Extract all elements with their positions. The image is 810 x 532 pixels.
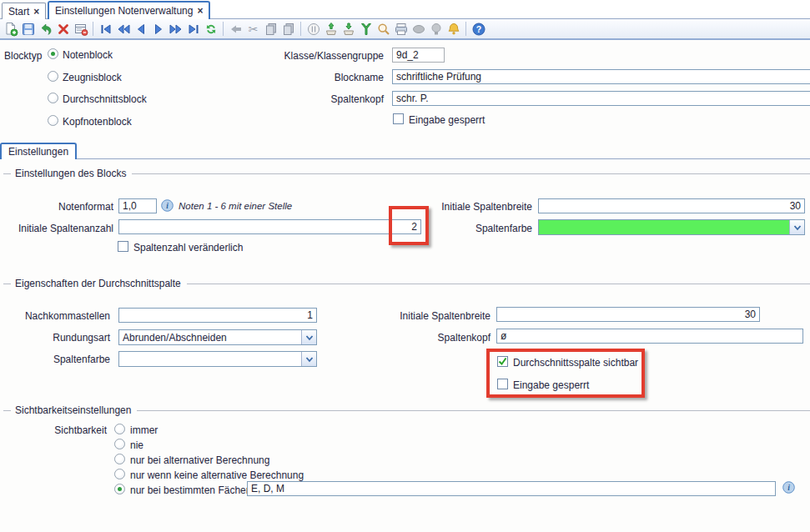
nav-first-button[interactable] (97, 20, 114, 38)
eingabe-gesperrt-checkbox[interactable] (393, 113, 404, 124)
basket-export-button[interactable] (340, 20, 357, 38)
group-visibility-title-text: Sichtbarkeitseinstellungen (15, 404, 131, 416)
notification-icon (446, 22, 461, 37)
avg-spaltenkopf-input[interactable] (496, 329, 803, 344)
toolbar-separator (223, 22, 224, 36)
nav-next-icon (151, 22, 166, 37)
notenformat-input[interactable] (118, 198, 157, 213)
print-button[interactable] (392, 20, 410, 38)
radio-sichtbarkeit-nie[interactable] (114, 439, 125, 449)
radio-kopfnotenblock-label: Kopfnotenblock (63, 116, 132, 128)
spaltenzahl-veraenderlich-checkbox[interactable] (118, 241, 128, 252)
radio-zeugnisblock[interactable] (48, 71, 58, 82)
nav-next-button[interactable] (149, 20, 167, 38)
radio-sichtbarkeit-immer[interactable] (114, 424, 125, 434)
tab-einstellungen-page[interactable]: Einstellungen (0, 143, 77, 159)
search-button[interactable] (375, 20, 392, 38)
nav-prev-button[interactable] (132, 20, 149, 38)
print-icon (394, 22, 409, 37)
tab-einstellungen-close-icon[interactable]: × (197, 6, 203, 16)
chevron-down-icon (305, 334, 314, 341)
spaltenkopf-label: Spaltenkopf (259, 93, 384, 105)
chevron-down-icon (305, 356, 314, 363)
undo-button[interactable] (37, 20, 54, 38)
avg-eingabe-gesperrt-checkbox[interactable] (497, 379, 508, 389)
cut-button[interactable]: ✂ (244, 20, 262, 38)
refresh-button[interactable] (202, 20, 219, 38)
nav-next-page-button[interactable] (167, 20, 184, 38)
radio-notenblock[interactable] (48, 48, 58, 59)
blockname-input[interactable] (392, 69, 810, 84)
basket-import-icon (324, 22, 339, 37)
basket-import-button[interactable] (322, 20, 340, 38)
avg-spaltenfarbe-combobox[interactable] (118, 351, 317, 367)
tab-start-close-icon[interactable]: × (33, 7, 39, 17)
notification-button[interactable] (445, 20, 462, 38)
spaltenfarbe-dropdown-button[interactable] (789, 220, 804, 234)
basket-export-icon (341, 22, 356, 37)
radio-notenblock-label: Notenblock (63, 49, 113, 61)
spaltenfarbe-label: Spaltenfarbe (375, 223, 532, 234)
faecher-input[interactable] (247, 481, 776, 496)
radio-sichtbarkeit-keine-alternative-label: nur wenn keine alternative Berechnung (130, 469, 304, 481)
group-average-column-title-text: Eigenschaften der Durchschnittspalte (15, 278, 181, 289)
klasse-input[interactable] (392, 48, 445, 63)
klasse-label: Klasse/Klassengruppe (259, 50, 384, 62)
tab-einstellungen-notenverwaltung[interactable]: Einstellungen Notenverwaltung × (48, 1, 210, 19)
hint-disabled-icon (429, 22, 444, 37)
notenformat-label: Notenformat (0, 201, 113, 213)
nav-last-icon (186, 22, 201, 37)
blocktyp-label: Blocktyp (4, 50, 42, 62)
nav-prev-page-button[interactable] (114, 20, 132, 38)
rundungsart-combobox[interactable]: Abrunden/Abschneiden (118, 329, 317, 345)
nav-prev-icon (133, 22, 148, 37)
toolbar-separator (93, 22, 93, 36)
spaltenkopf-input[interactable] (392, 91, 810, 106)
nachkommastellen-input[interactable] (118, 308, 317, 323)
avg-spaltenkopf-label: Spaltenkopf (334, 332, 491, 344)
view-disabled-button[interactable] (410, 20, 427, 38)
new-record-icon (3, 22, 18, 37)
delete-button[interactable] (54, 20, 72, 38)
radio-sichtbarkeit-keine-alternative[interactable] (114, 469, 125, 479)
nav-prev-page-icon (116, 22, 131, 37)
help-button[interactable]: ? (470, 20, 487, 38)
avg-spaltenfarbe-label: Spaltenfarbe (0, 354, 110, 365)
document-tabbar: Start × Einstellungen Notenverwaltung × (0, 0, 810, 19)
duplicate-icon (281, 22, 296, 37)
tab-start-label: Start (8, 6, 29, 18)
avg-spaltenfarbe-dropdown-button[interactable] (301, 352, 316, 366)
faecher-info-icon: i (782, 481, 795, 497)
radio-zeugnisblock-label: Zeugnisblock (63, 72, 122, 83)
record-options-button[interactable] (304, 20, 322, 38)
avg-initiale-spaltenbreite-label: Initiale Spaltenbreite (334, 310, 491, 322)
nav-last-button[interactable] (184, 20, 202, 38)
main-toolbar: ✂ ? (0, 19, 810, 40)
new-record-button[interactable] (2, 20, 19, 38)
avg-eingabe-gesperrt-label: Eingabe gesperrt (513, 379, 589, 391)
radio-durchschnittsblock[interactable] (48, 93, 58, 103)
merge-button[interactable] (357, 20, 375, 38)
tab-start[interactable]: Start × (2, 3, 46, 19)
blockname-label: Blockname (259, 72, 384, 83)
radio-kopfnotenblock[interactable] (48, 115, 58, 126)
spaltenfarbe-combobox[interactable] (538, 219, 805, 235)
rundungsart-dropdown-button[interactable] (301, 330, 316, 344)
help-icon: ? (471, 22, 486, 37)
svg-text:i: i (787, 484, 790, 492)
copy-button[interactable] (262, 20, 279, 38)
initiale-spaltenbreite-input[interactable] (538, 198, 805, 213)
group-visibility-title: Sichtbarkeitseinstellungen (3, 404, 810, 416)
merge-icon (359, 22, 374, 37)
back-arrow-button[interactable] (227, 20, 244, 38)
notenverwaltung-window: Start × Einstellungen Notenverwaltung × … (0, 0, 810, 532)
duplicate-button[interactable] (279, 20, 297, 38)
durchschnittsspalte-sichtbar-checkbox[interactable] (497, 356, 508, 367)
avg-initiale-spaltenbreite-input[interactable] (496, 307, 760, 322)
save-button[interactable] (19, 20, 37, 38)
group-average-column-title: Eigenschaften der Durchschnittspalte (3, 278, 810, 289)
edit-form-button[interactable] (72, 20, 89, 38)
radio-sichtbarkeit-faecher[interactable] (114, 484, 125, 494)
hint-disabled-button[interactable] (427, 20, 445, 38)
radio-sichtbarkeit-alternative[interactable] (114, 454, 125, 464)
